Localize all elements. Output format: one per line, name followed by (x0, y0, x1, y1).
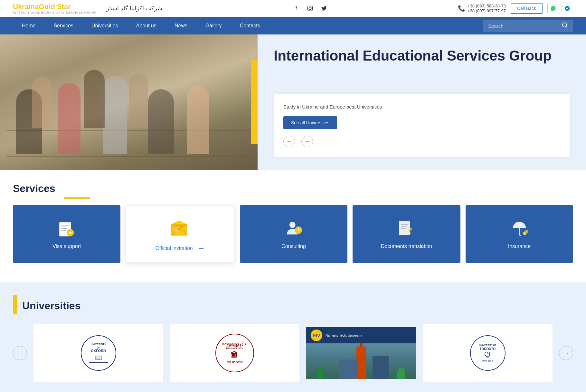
nav-services[interactable]: Services (45, 17, 82, 34)
svg-rect-26 (401, 228, 407, 229)
services-title-block: Services (13, 183, 573, 199)
hero-navigation: ← → (283, 136, 560, 147)
service-card-invitation[interactable]: Official invitation → (126, 205, 234, 263)
logo-arabic: شرکت اکراینا گلد استار (106, 5, 162, 12)
hero-subtitle: Study in Ukraine and Europe best Univers… (283, 103, 560, 111)
search-input[interactable] (488, 23, 559, 29)
msg-icons (547, 3, 573, 14)
docs-icon (396, 218, 417, 239)
svg-rect-25 (401, 226, 407, 227)
svg-point-31 (525, 230, 528, 233)
toronto-logo: UNIVERSITY OF TORONTO 🛡 EST. 1827 (468, 334, 507, 372)
nav-universities[interactable]: Universities (82, 17, 127, 34)
hero-section: International Educational Services Group… (0, 34, 586, 170)
whatsapp-icon[interactable] (547, 3, 559, 14)
instagram-icon[interactable] (306, 4, 315, 13)
yellow-accent-bar (251, 60, 258, 144)
services-grid: ★ Visa support (13, 205, 573, 263)
hero-title-block: International Educational Services Group (274, 47, 570, 71)
oxford-logo: UNIVERSITY OF OXFORD 📖 (79, 334, 118, 372)
services-section: Services ★ Visa support (0, 170, 586, 282)
hero-title: International Educational Services Group (274, 47, 570, 64)
telegram-icon[interactable] (562, 3, 573, 14)
svg-rect-0 (307, 6, 312, 11)
svg-point-1 (309, 7, 311, 10)
hero-bottom-card: Study in Ukraine and Europe best Univers… (274, 94, 570, 157)
universities-next-button[interactable]: → (559, 346, 573, 360)
phone-block: 📞 +38 (093) 588-38-73 +38 (097) 097-77-9… (458, 4, 506, 13)
uni-card-mit[interactable]: MASSACHUSETTS INSTITUTE OF TECHNOLOGY 🏛 … (170, 324, 299, 382)
mit-logo: MASSACHUSETTS INSTITUTE OF TECHNOLOGY 🏛 … (215, 334, 254, 372)
nav-home[interactable]: Home (13, 17, 45, 34)
service-card-docs[interactable]: Documents translation (353, 205, 460, 263)
phone-icon: 📞 (458, 5, 465, 12)
phone-2: +38 (097) 097-77-97 (468, 8, 506, 13)
svg-line-4 (566, 26, 567, 27)
twitter-icon[interactable] (319, 4, 328, 13)
nav-contacts[interactable]: Contacts (231, 17, 269, 34)
universities-grid: ← UNIVERSITY OF OXFORD 📖 (13, 324, 573, 382)
hero-content: International Educational Services Group… (258, 34, 586, 170)
see-all-universities-button[interactable]: See all Universities (283, 116, 337, 129)
hero-next-button[interactable]: → (301, 136, 313, 147)
nav-about[interactable]: About us (127, 17, 165, 34)
universities-prev-button[interactable]: ← (13, 346, 27, 360)
invitation-label: Official invitation (156, 245, 193, 251)
invitation-arrow: → (198, 244, 205, 253)
logo-area: UkrainaGold Star INTERNATIONAL EDUCATION… (13, 3, 162, 14)
svg-rect-6 (61, 225, 69, 226)
svg-marker-28 (410, 232, 411, 234)
service-card-visa[interactable]: ★ Visa support (13, 205, 120, 263)
top-bar: UkrainaGold Star INTERNATIONAL EDUCATION… (0, 0, 586, 17)
invitation-icon (170, 219, 191, 239)
facebook-icon[interactable]: f (292, 4, 301, 13)
uni-cards: UNIVERSITY OF OXFORD 📖 MASSACHUSETTS (33, 324, 553, 382)
search-button[interactable] (562, 22, 568, 30)
svg-point-2 (311, 7, 312, 7)
svg-marker-18 (171, 221, 187, 225)
contact-area: 📞 +38 (093) 588-38-73 +38 (097) 097-77-9… (458, 3, 573, 14)
insurance-label: Insurance (508, 244, 531, 249)
svg-rect-23 (399, 221, 410, 235)
insurance-icon: $ (509, 218, 530, 239)
visa-label: Visa support (52, 244, 81, 249)
svg-rect-8 (61, 230, 66, 231)
svg-point-19 (289, 222, 296, 228)
yellow-bar-vert (13, 295, 17, 314)
uni-card-oxford[interactable]: UNIVERSITY OF OXFORD 📖 (33, 324, 163, 382)
invitation-footer: Official invitation → (156, 244, 205, 253)
svg-point-3 (562, 23, 567, 27)
services-title: Services (13, 183, 573, 195)
svg-text:★: ★ (68, 230, 72, 235)
title-underline (64, 197, 90, 199)
nav-search-box (483, 20, 573, 32)
universities-header: Universities (13, 295, 573, 314)
hero-image (0, 34, 258, 170)
logo-subtitle: INTERNATIONAL EDUCATIONAL SERVICES GROUP (13, 11, 97, 14)
universities-title: Universities (22, 300, 80, 312)
navbar: Home Services Universities About us News… (0, 17, 586, 34)
uni-card-featured[interactable]: NTU Nanyang Tech. University (306, 324, 416, 382)
consulting-icon (283, 218, 304, 239)
uni-card-toronto[interactable]: UNIVERSITY OF TORONTO 🛡 EST. 1827 (423, 324, 553, 382)
svg-rect-24 (401, 224, 409, 225)
docs-label: Documents translation (381, 244, 432, 249)
hero-prev-button[interactable]: ← (283, 136, 295, 147)
social-icons: f (292, 4, 328, 13)
nav-gallery[interactable]: Gallery (196, 17, 231, 34)
phone-numbers: +38 (093) 588-38-73 +38 (097) 097-77-97 (468, 4, 506, 13)
service-card-consulting[interactable]: Consulting (240, 205, 347, 263)
callback-button[interactable]: Call Back (511, 3, 543, 14)
universities-section: Universities ← UNIVERSITY OF OXFORD 📖 (0, 282, 586, 392)
service-card-insurance[interactable]: $ Insurance (466, 205, 573, 263)
nav-news[interactable]: News (165, 17, 196, 34)
svg-rect-7 (61, 228, 67, 229)
logo-text: UkrainaGold Star INTERNATIONAL EDUCATION… (13, 3, 97, 14)
phone-1: +38 (093) 588-38-73 (468, 4, 506, 8)
consulting-label: Consulting (281, 244, 306, 249)
visa-icon: ★ (56, 218, 77, 239)
logo-brand: UkrainaGold Star (13, 3, 97, 11)
